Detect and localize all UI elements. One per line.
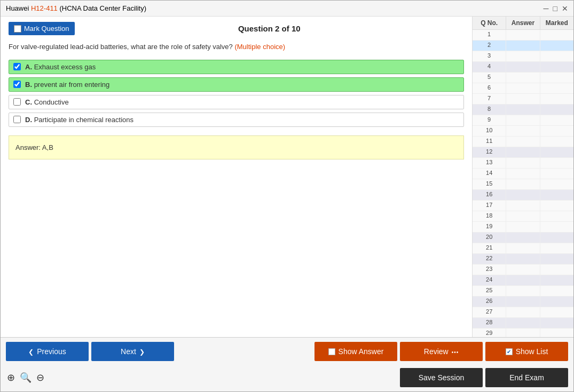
sidebar-row[interactable]: 7 [473, 94, 573, 105]
sidebar-cell-marked [540, 83, 573, 93]
sidebar-cell-answer [506, 307, 540, 317]
sidebar-cell-marked [540, 211, 573, 221]
sidebar-row[interactable]: 9 [473, 115, 573, 126]
sidebar-cell-answer [506, 243, 540, 253]
sidebar-cell-answer [506, 201, 540, 211]
sidebar-cell-marked [540, 158, 573, 168]
option-d[interactable]: D. Participate in chemical reactions [9, 113, 464, 127]
answer-box: Answer: A,B [9, 135, 464, 159]
maximize-icon[interactable]: □ [553, 5, 557, 12]
sidebar-col-marked: Marked [540, 17, 573, 29]
sidebar-row[interactable]: 2 [473, 41, 573, 51]
sidebar-col-answer: Answer [506, 17, 540, 29]
sidebar-cell-marked [540, 222, 573, 232]
sidebar-cell-answer [506, 211, 540, 221]
sidebar-cell-marked [540, 62, 573, 72]
option-b[interactable]: B. prevent air from entering [9, 77, 464, 92]
sidebar-cell-answer [506, 73, 540, 83]
sidebar-row[interactable]: 20 [473, 233, 573, 243]
sidebar-cell-marked [540, 94, 573, 104]
sidebar-cell-answer [506, 297, 540, 307]
sidebar-cell-num: 16 [473, 190, 506, 200]
zoom-reset-button[interactable]: 🔍 [19, 372, 33, 383]
sidebar-col-qno: Q No. [473, 17, 506, 29]
sidebar: Q No. Answer Marked 1 2 3 4 5 6 [472, 17, 573, 337]
sidebar-row[interactable]: 19 [473, 222, 573, 233]
option-d-checkbox[interactable] [13, 116, 21, 123]
zoom-in-button[interactable]: ⊕ [6, 372, 16, 383]
sidebar-row[interactable]: 4 [473, 62, 573, 73]
sidebar-cell-answer [506, 169, 540, 179]
sidebar-row[interactable]: 15 [473, 179, 573, 190]
option-a-checkbox[interactable] [13, 63, 21, 70]
sidebar-row[interactable]: 21 [473, 243, 573, 254]
question-text: For valve-regulated lead-acid batteries,… [9, 42, 464, 52]
question-title: Question 2 of 10 [75, 24, 464, 33]
close-icon[interactable]: ✕ [562, 5, 568, 12]
sidebar-cell-num: 17 [473, 201, 506, 211]
sidebar-row[interactable]: 18 [473, 211, 573, 222]
previous-button[interactable]: Previous [6, 342, 89, 361]
sidebar-row[interactable]: 6 [473, 83, 573, 94]
sidebar-row[interactable]: 24 [473, 275, 573, 286]
sidebar-row[interactable]: 11 [473, 137, 573, 147]
sidebar-cell-marked [540, 51, 573, 61]
zoom-out-button[interactable]: ⊖ [35, 372, 45, 383]
sidebar-cell-answer [506, 190, 540, 200]
sidebar-cell-answer [506, 254, 540, 264]
sidebar-cell-num: 28 [473, 318, 506, 328]
next-button[interactable]: Next [91, 342, 174, 361]
sidebar-cell-marked [540, 137, 573, 147]
sidebar-row[interactable]: 27 [473, 307, 573, 318]
sidebar-row[interactable]: 23 [473, 265, 573, 275]
sidebar-row[interactable]: 26 [473, 297, 573, 307]
sidebar-row[interactable]: 17 [473, 201, 573, 211]
review-button[interactable]: Review [400, 342, 483, 361]
sidebar-cell-num: 4 [473, 62, 506, 72]
option-a[interactable]: A. Exhaust excess gas [9, 60, 464, 74]
sidebar-row[interactable]: 10 [473, 126, 573, 137]
sidebar-row[interactable]: 16 [473, 190, 573, 201]
sidebar-row[interactable]: 8 [473, 105, 573, 115]
sidebar-cell-answer [506, 179, 540, 189]
sidebar-row[interactable]: 22 [473, 254, 573, 265]
sidebar-cell-answer [506, 137, 540, 147]
option-b-checkbox[interactable] [13, 81, 21, 88]
sidebar-cell-num: 27 [473, 307, 506, 317]
minimize-icon[interactable]: ─ [544, 5, 549, 12]
mark-question-button[interactable]: Mark Question [9, 22, 75, 35]
bottom-row2: ⊕ 🔍 ⊖ Save Session End Exam [1, 365, 573, 391]
sidebar-cell-marked [540, 275, 573, 285]
bottom-row1: Previous Next Show Answer Review ✔ Show … [1, 338, 573, 365]
save-session-button[interactable]: Save Session [400, 368, 483, 387]
show-list-button[interactable]: ✔ Show List [485, 342, 568, 361]
sidebar-row[interactable]: 28 [473, 318, 573, 329]
show-answer-button[interactable]: Show Answer [314, 342, 397, 361]
sidebar-cell-marked [540, 297, 573, 307]
sidebar-cell-answer [506, 83, 540, 93]
sidebar-cell-answer [506, 275, 540, 285]
previous-icon [28, 347, 34, 356]
sidebar-row[interactable]: 1 [473, 30, 573, 41]
sidebar-cell-marked [540, 179, 573, 189]
sidebar-row[interactable]: 25 [473, 286, 573, 297]
sidebar-row[interactable]: 13 [473, 158, 573, 169]
end-exam-button[interactable]: End Exam [485, 368, 568, 387]
option-c-checkbox[interactable] [13, 98, 21, 106]
sidebar-cell-num: 22 [473, 254, 506, 264]
sidebar-row[interactable]: 5 [473, 73, 573, 83]
sidebar-row[interactable]: 12 [473, 147, 573, 158]
sidebar-cell-num: 8 [473, 105, 506, 115]
sidebar-row[interactable]: 14 [473, 169, 573, 179]
sidebar-row[interactable]: 29 [473, 329, 573, 337]
option-c[interactable]: C. Conductive [9, 95, 464, 109]
sidebar-cell-answer [506, 51, 540, 61]
option-b-label: B. prevent air from entering [25, 81, 109, 89]
sidebar-cell-answer [506, 222, 540, 232]
sidebar-cell-num: 29 [473, 329, 506, 337]
sidebar-cell-answer [506, 265, 540, 275]
sidebar-cell-num: 9 [473, 115, 506, 125]
sidebar-cell-num: 10 [473, 126, 506, 136]
sidebar-cell-num: 20 [473, 233, 506, 243]
sidebar-row[interactable]: 3 [473, 51, 573, 62]
